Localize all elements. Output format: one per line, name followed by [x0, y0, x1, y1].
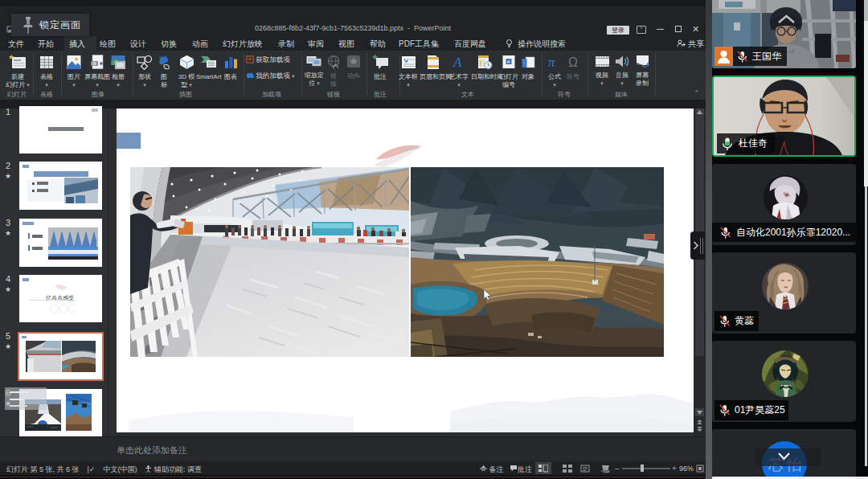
- svg-text:π: π: [548, 55, 555, 70]
- svg-text:Ω: Ω: [568, 55, 578, 69]
- svg-text:A: A: [452, 55, 462, 70]
